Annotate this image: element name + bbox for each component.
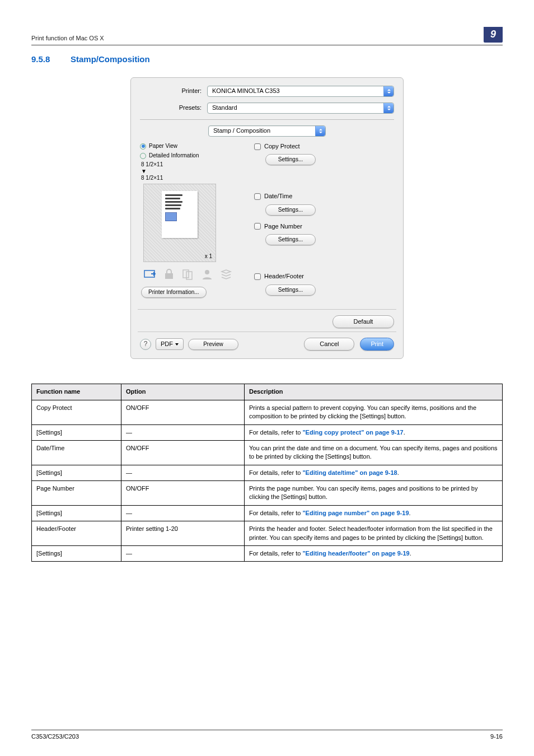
model-number: C353/C253/C203 — [31, 732, 79, 741]
table-header: Description — [245, 384, 503, 400]
copy-protect-settings-button[interactable]: Settings... — [265, 154, 316, 165]
chevron-down-icon — [315, 126, 325, 136]
radio-icon — [140, 153, 146, 159]
radio-label: Paper View — [149, 142, 177, 150]
checkbox-icon — [254, 273, 261, 280]
table-row: Page Number ON/OFF Prints the page numbe… — [32, 481, 503, 506]
table-header: Function name — [32, 384, 121, 400]
paper-preview: x 1 — [143, 184, 216, 262]
stack-icon — [218, 268, 234, 281]
divider — [138, 332, 396, 332]
svg-rect-2 — [183, 270, 189, 278]
help-button[interactable]: ? — [140, 339, 151, 350]
copy-protect-checkbox[interactable]: Copy Protect — [254, 142, 394, 151]
checkbox-label: Page Number — [264, 222, 302, 231]
header-footer-settings-button[interactable]: Settings... — [265, 284, 316, 296]
divider — [140, 119, 394, 120]
svg-rect-1 — [165, 273, 173, 279]
chevron-down-icon — [383, 86, 394, 96]
table-row: [Settings] — For details, refer to "Edit… — [32, 465, 503, 480]
page-number-settings-button[interactable]: Settings... — [265, 234, 316, 245]
link-eding-copy-protect[interactable]: "Eding copy protect" on page 9-17 — [302, 429, 403, 436]
page-number: 9-16 — [490, 732, 503, 741]
section-number: 9.5.8 — [31, 53, 71, 65]
table-row: [Settings] — For details, refer to "Edin… — [32, 424, 503, 440]
lock-icon — [161, 268, 177, 281]
table-header: Option — [121, 384, 245, 400]
section-title: Stamp/Composition — [71, 54, 150, 64]
cancel-button[interactable]: Cancel — [304, 338, 354, 351]
printer-information-button[interactable]: Printer Information... — [141, 287, 207, 298]
link-editing-page-number[interactable]: "Editing page number" on page 9-19 — [302, 510, 409, 516]
page-number-checkbox[interactable]: Page Number — [254, 222, 394, 231]
chevron-down-icon — [383, 103, 394, 113]
preview-button[interactable]: Preview — [188, 339, 238, 350]
radio-label: Detailed Information — [149, 152, 199, 160]
date-time-settings-button[interactable]: Settings... — [265, 204, 316, 216]
panel-select[interactable]: Stamp / Composition — [208, 125, 326, 137]
print-button[interactable]: Print — [360, 338, 394, 351]
printer-select[interactable]: KONICA MINOLTA C353 — [207, 86, 394, 97]
running-head: Print function of Mac OS X — [31, 34, 104, 43]
checkbox-icon — [254, 193, 261, 200]
radio-icon — [140, 143, 146, 150]
checkbox-label: Copy Protect — [264, 142, 300, 151]
date-time-checkbox[interactable]: Date/Time — [254, 192, 394, 200]
link-editing-date-time[interactable]: "Editing date/time" on page 9-18 — [302, 469, 397, 476]
user-icon — [199, 268, 215, 281]
printer-value: KONICA MINOLTA C353 — [212, 87, 280, 95]
printer-label: Printer: — [140, 87, 207, 95]
table-row: Header/Footer Printer setting 1-20 Print… — [32, 521, 503, 546]
copies-indicator: x 1 — [205, 253, 212, 260]
link-editing-header-footer[interactable]: "Editing header/footer" on page 9-19 — [302, 550, 409, 557]
checkbox-icon — [254, 223, 261, 230]
section-heading: 9.5.8Stamp/Composition — [31, 53, 503, 65]
presets-value: Standard — [212, 104, 237, 112]
checkbox-label: Date/Time — [264, 192, 292, 200]
printer-status-icon[interactable] — [142, 268, 158, 281]
header-footer-checkbox[interactable]: Header/Footer — [254, 272, 394, 281]
radio-paper-view[interactable]: Paper View — [140, 142, 241, 150]
page-header: Print function of Mac OS X 9 — [31, 27, 503, 45]
pdf-menu-button[interactable]: PDF — [156, 338, 184, 350]
table-row: [Settings] — For details, refer to "Edit… — [32, 505, 503, 521]
checkbox-icon — [254, 143, 261, 150]
duplex-icon — [180, 268, 196, 281]
page-footer: C353/C253/C203 9-16 — [31, 730, 503, 741]
table-row: Copy Protect ON/OFF Prints a special pat… — [32, 400, 503, 424]
radio-detailed-info[interactable]: Detailed Information — [140, 152, 241, 160]
svg-rect-3 — [186, 272, 192, 279]
print-dialog: Printer: KONICA MINOLTA C353 Presets: St… — [130, 77, 404, 359]
presets-select[interactable]: Standard — [207, 102, 394, 114]
chevron-down-icon — [175, 343, 179, 346]
checkbox-label: Header/Footer — [264, 272, 304, 281]
svg-point-4 — [205, 270, 209, 274]
default-button[interactable]: Default — [332, 315, 394, 328]
table-row: Date/Time ON/OFF You can print the date … — [32, 440, 503, 465]
chapter-badge: 9 — [484, 27, 503, 43]
paper-sizes: 8 1/2×11 ▼ 8 1/2×11 — [141, 161, 241, 181]
panel-value: Stamp / Composition — [213, 127, 270, 135]
presets-label: Presets: — [140, 104, 207, 112]
table-row: [Settings] — For details, refer to "Edit… — [32, 546, 503, 562]
options-table: Function name Option Description Copy Pr… — [31, 384, 503, 562]
divider — [138, 309, 396, 310]
